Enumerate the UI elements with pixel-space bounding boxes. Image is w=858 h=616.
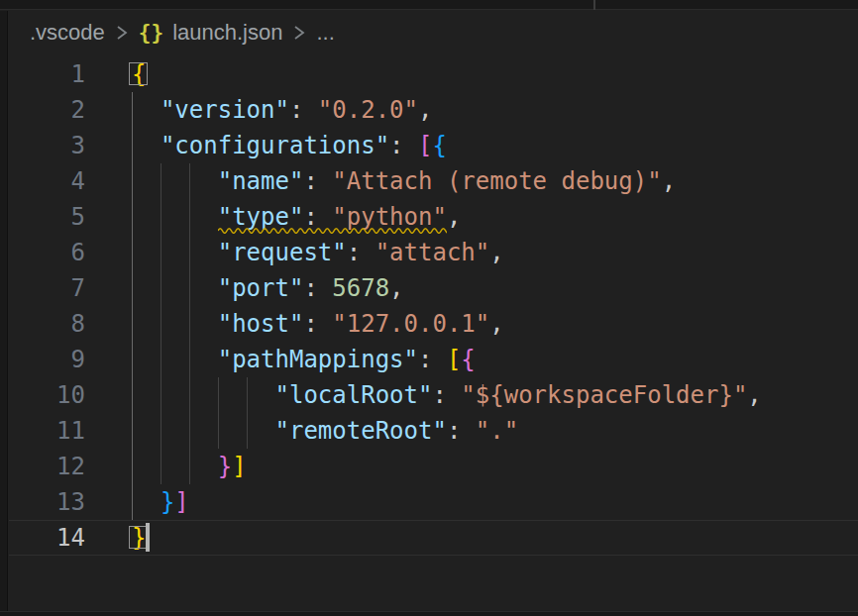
indent-guide <box>132 92 133 128</box>
code-line-10[interactable]: 10 "localRoot": "${workspaceFolder}", <box>9 377 858 413</box>
indent-guide <box>161 342 161 377</box>
indent-guide <box>161 199 161 235</box>
indent-guide <box>247 413 248 449</box>
line-number: 3 <box>9 128 85 163</box>
code-line-12[interactable]: 12 }] <box>9 449 858 484</box>
breadcrumb: .vscode {} launch.json ... <box>9 11 858 54</box>
code-line-9[interactable]: 9 "pathMappings": [{ <box>9 342 858 377</box>
breadcrumb-item-symbol-more[interactable]: ... <box>316 20 334 46</box>
warning-squiggle <box>218 226 447 234</box>
line-number: 6 <box>9 235 85 270</box>
indent-guide <box>189 306 190 342</box>
code-line-7[interactable]: 7 "port": 5678, <box>9 270 858 306</box>
indent-guide <box>247 377 248 413</box>
line-number: 7 <box>9 270 85 306</box>
indent-guide <box>161 306 161 342</box>
indent-guide <box>161 235 161 270</box>
indent-guide <box>132 270 133 306</box>
tab-bar[interactable] <box>0 0 858 10</box>
indent-guide <box>132 413 133 449</box>
code-line-2[interactable]: 2 "version": "0.2.0", <box>9 92 858 128</box>
sidebar-edge <box>0 11 8 611</box>
indent-guide <box>132 199 133 235</box>
indent-guide <box>132 484 133 520</box>
code-line-11[interactable]: 11 "remoteRoot": "." <box>9 413 858 449</box>
line-number: 12 <box>9 449 85 484</box>
code-line-1[interactable]: 1{ <box>9 56 858 92</box>
line-number: 13 <box>9 484 85 520</box>
indent-guide <box>161 413 161 449</box>
text-cursor <box>146 523 150 552</box>
line-number: 8 <box>9 306 85 342</box>
line-number: 11 <box>9 413 85 449</box>
code-text: }] <box>132 488 189 516</box>
code-line-5[interactable]: 5 "type": "python", <box>9 199 858 235</box>
json-file-icon: {} <box>139 21 163 45</box>
vscode-window: .vscode {} launch.json ... 1{2 "version"… <box>0 0 858 616</box>
chevron-right-icon <box>291 24 307 42</box>
line-number: 4 <box>9 163 85 199</box>
indent-guide <box>189 449 190 484</box>
chevron-right-icon <box>114 24 130 42</box>
indent-guide <box>189 270 190 306</box>
indent-guide <box>218 413 219 449</box>
code-line-4[interactable]: 4 "name": "Attach (remote debug)", <box>9 163 858 199</box>
code-text: "name": "Attach (remote debug)", <box>132 167 676 195</box>
breadcrumb-item-file[interactable]: launch.json <box>172 20 282 46</box>
line-number: 1 <box>9 56 85 92</box>
indent-guide <box>189 163 190 199</box>
line-number: 14 <box>9 520 85 556</box>
indent-guide <box>161 270 161 306</box>
indent-guide <box>189 342 190 377</box>
indent-guide <box>189 413 190 449</box>
editor-area: .vscode {} launch.json ... 1{2 "version"… <box>9 11 858 611</box>
code-line-3[interactable]: 3 "configurations": [{ <box>9 128 858 163</box>
code-line-14[interactable]: 14} <box>9 520 858 556</box>
indent-guide <box>132 306 133 342</box>
line-number: 2 <box>9 92 85 128</box>
line-number: 10 <box>9 377 85 413</box>
indent-guide <box>189 377 190 413</box>
indent-guide <box>132 377 133 413</box>
indent-guide <box>161 163 161 199</box>
indent-guide <box>161 377 161 413</box>
bracket-match-highlight: { <box>132 60 146 88</box>
indent-guide <box>218 377 219 413</box>
breadcrumb-item-folder[interactable]: .vscode <box>30 20 105 46</box>
indent-guide <box>132 449 133 484</box>
code-text: "host": "127.0.0.1", <box>132 310 504 338</box>
code-editor[interactable]: 1{2 "version": "0.2.0",3 "configurations… <box>9 54 858 556</box>
line-number: 9 <box>9 342 85 377</box>
code-text: "port": 5678, <box>132 274 404 302</box>
panel-border <box>0 611 858 616</box>
code-text: "localRoot": "${workspaceFolder}", <box>132 381 762 409</box>
indent-guide <box>132 342 133 377</box>
indent-guide <box>132 163 133 199</box>
bracket-match-highlight: } <box>132 524 146 552</box>
indent-guide <box>132 235 133 270</box>
tab-divider <box>593 0 595 10</box>
indent-guide <box>189 235 190 270</box>
code-line-13[interactable]: 13 }] <box>9 484 858 520</box>
code-text: { <box>132 60 146 88</box>
indent-guide <box>132 128 133 163</box>
code-text: } <box>132 524 146 552</box>
line-number: 5 <box>9 199 85 235</box>
code-text: "configurations": [{ <box>132 132 447 159</box>
code-line-6[interactable]: 6 "request": "attach", <box>9 235 858 270</box>
indent-guide <box>189 199 190 235</box>
code-line-8[interactable]: 8 "host": "127.0.0.1", <box>9 306 858 342</box>
indent-guide <box>161 449 161 484</box>
code-text: "version": "0.2.0", <box>132 96 432 124</box>
code-text: "pathMappings": [{ <box>132 346 476 373</box>
code-text: "request": "attach", <box>132 239 504 266</box>
